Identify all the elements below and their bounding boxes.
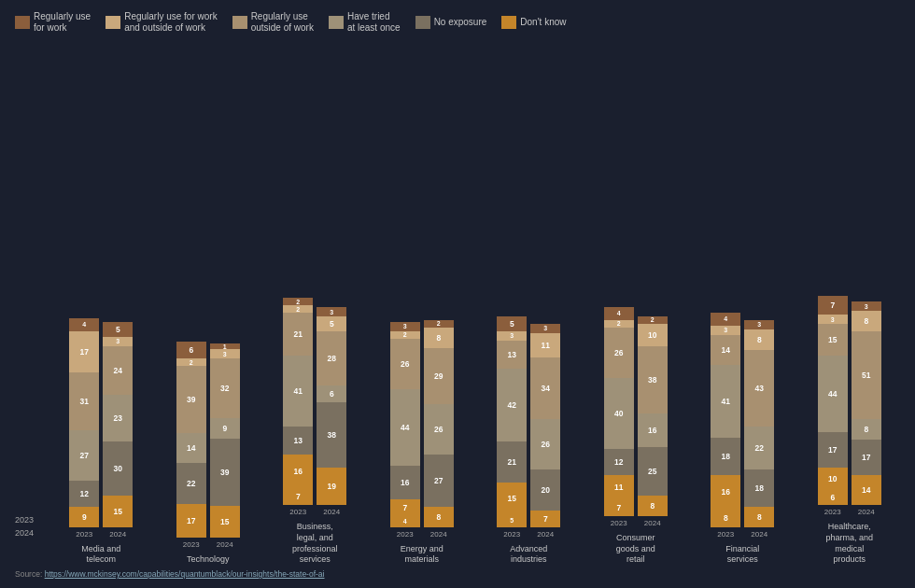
legend-swatch-c1	[15, 16, 30, 29]
legend-item-c3: Regularly useoutside of work	[232, 11, 314, 34]
seg-0-1-4: 30	[103, 441, 133, 496]
group-label-4: Advancedindustries	[510, 544, 547, 566]
bar-year-3-1: 2024	[430, 530, 447, 539]
group-3: 322644167420232829262782024Energy andmat…	[372, 320, 473, 566]
seg-2-0-3: 41	[283, 356, 313, 427]
seg-5-0-1: 2	[604, 320, 634, 328]
legend-swatch-c5	[415, 16, 430, 29]
seg-0-0-2: 31	[69, 372, 99, 430]
bars-row-5: 42264012117202321038162582024	[585, 307, 687, 527]
bar-6-0: 43144118168	[711, 313, 740, 527]
bar-wrap-7-1: 3851817142024	[852, 301, 881, 516]
bar-year-6-0: 2023	[717, 530, 734, 539]
seg-7-1-1: 8	[852, 311, 881, 331]
source-link[interactable]: https://www.mckinsey.com/capabilities/qu…	[45, 569, 325, 579]
bars-row-1: 623914221720231332939152024	[158, 342, 260, 549]
seg-2-0-0: 2	[283, 298, 313, 305]
bar-0-1: 5324233015	[103, 322, 133, 527]
seg-6-1-3: 22	[744, 427, 774, 469]
seg-1-0-2: 39	[176, 366, 206, 433]
seg-2-1-4: 38	[317, 402, 346, 468]
bar-0-0: 4173127129	[69, 318, 99, 527]
seg-1-0-0: 6	[176, 342, 206, 358]
seg-6-0-1: 3	[711, 326, 740, 335]
group-2: 2221411316720233528638192024Business,leg…	[264, 298, 366, 566]
bar-6-1: 384322188	[744, 320, 774, 527]
bars-row-7: 7315441710620233851817142024	[799, 296, 901, 516]
group-label-2: Business,legal, andprofessionalservices	[292, 522, 338, 566]
bar-wrap-5-0: 422640121172023	[604, 307, 634, 527]
bar-wrap-0-0: 41731271292023	[69, 318, 99, 539]
seg-3-1-5: 8	[424, 507, 454, 527]
bar-7-1: 385181714	[852, 301, 881, 505]
seg-2-1-0: 3	[317, 307, 346, 316]
seg-5-1-5: 8	[638, 496, 668, 516]
bars-row-2: 2221411316720233528638192024	[264, 298, 366, 516]
seg-0-0-4: 12	[69, 481, 99, 507]
bar-wrap-3-1: 2829262782024	[424, 320, 454, 539]
seg-4-0-0: 5	[497, 316, 527, 331]
seg-3-1-0: 2	[424, 320, 454, 328]
seg-2-0-5: 16	[283, 455, 313, 488]
seg-7-1-2: 51	[852, 331, 881, 419]
seg-6-1-2: 43	[744, 350, 774, 427]
seg-5-0-0: 4	[604, 307, 634, 320]
seg-1-1-4: 39	[210, 439, 240, 506]
seg-6-0-5: 16	[711, 475, 740, 509]
bar-5-1: 2103816258	[638, 316, 668, 516]
seg-2-0-6: 7	[283, 488, 313, 505]
seg-6-0-2: 14	[711, 335, 740, 365]
seg-0-1-3: 23	[103, 395, 133, 441]
legend-item-c1: Regularly usefor work	[15, 11, 91, 34]
groups-wrapper: 4173127129202353242330152024Media andtel…	[50, 296, 900, 566]
legend: Regularly usefor work Regularly use for …	[15, 11, 900, 34]
bar-year-4-1: 2024	[537, 530, 554, 539]
bar-3-0: 3226441674	[390, 322, 420, 527]
bar-wrap-1-0: 62391422172023	[176, 342, 206, 549]
bars-row-6: 4314411816820233843221882024	[692, 313, 794, 539]
seg-5-1-4: 25	[638, 447, 668, 496]
bar-year-6-1: 2024	[751, 530, 767, 539]
bar-wrap-2-1: 3528638192024	[317, 307, 346, 516]
chart-container: Regularly usefor work Regularly use for …	[0, 0, 915, 588]
seg-0-1-0: 5	[103, 322, 133, 337]
bar-4-1: 3113426207	[530, 324, 560, 527]
group-1: 623914221720231332939152024Technology	[158, 342, 260, 566]
source: Source: https://www.mckinsey.com/capabil…	[15, 569, 900, 579]
seg-0-0-0: 4	[69, 318, 99, 331]
group-5: 42264012117202321038162582024Consumergoo…	[585, 307, 687, 566]
seg-1-1-3: 9	[210, 418, 240, 439]
seg-0-1-1: 3	[103, 337, 133, 346]
bar-2-1: 352863819	[317, 307, 346, 505]
seg-1-1-2: 32	[210, 358, 240, 418]
bar-wrap-4-1: 31134262072024	[530, 324, 560, 539]
seg-4-1-0: 3	[530, 324, 560, 333]
seg-2-1-1: 5	[317, 316, 346, 331]
seg-6-0-4: 18	[711, 438, 740, 475]
bar-year-5-0: 2023	[611, 519, 627, 527]
seg-4-1-3: 26	[530, 419, 560, 469]
seg-1-0-4: 22	[176, 463, 206, 504]
bar-wrap-6-0: 431441181682023	[711, 313, 740, 539]
legend-item-c2: Regularly use for workand outside of wor…	[106, 11, 217, 34]
bar-1-1: 133293915	[210, 343, 240, 538]
legend-label-c3: Regularly useoutside of work	[251, 11, 314, 34]
bar-wrap-2-0: 222141131672023	[283, 298, 313, 516]
bar-5-0: 42264012117	[604, 307, 634, 516]
seg-0-1-2: 24	[103, 346, 133, 395]
seg-2-0-1: 2	[283, 305, 313, 313]
group-7: 7315441710620233851817142024Healthcare,p…	[799, 296, 901, 566]
seg-3-0-6: 4	[390, 516, 420, 527]
bar-year-1-1: 2024	[217, 540, 233, 549]
legend-label-c6: Don't know	[520, 17, 566, 28]
legend-label-c2: Regularly use for workand outside of wor…	[124, 11, 217, 34]
seg-4-0-4: 21	[497, 441, 527, 483]
group-label-7: Healthcare,pharma, andmedicalproducts	[825, 522, 873, 566]
seg-6-1-1: 8	[744, 329, 774, 350]
seg-4-0-6: 5	[497, 514, 527, 527]
bar-2-0: 22214113167	[283, 298, 313, 505]
seg-1-1-1: 3	[210, 349, 240, 358]
seg-0-0-5: 9	[69, 507, 99, 527]
bar-4-0: 53134221155	[497, 316, 527, 527]
seg-4-1-2: 34	[530, 357, 560, 419]
